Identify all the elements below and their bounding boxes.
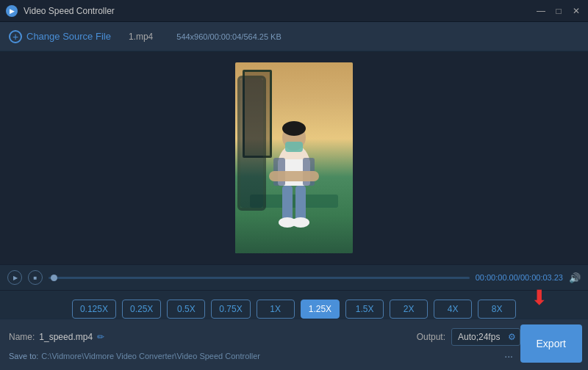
name-label: Name:: [9, 332, 35, 342]
play-icon: ▶: [13, 275, 18, 281]
window-controls: — □ ✕: [535, 6, 582, 16]
stop-button[interactable]: ■: [28, 270, 43, 285]
stop-icon: ■: [34, 275, 37, 281]
speed-button-2x[interactable]: 2X: [390, 300, 428, 319]
speed-button-0125x[interactable]: 0.125X: [72, 300, 116, 319]
total-time: 00:00:03.23: [520, 273, 563, 282]
svg-rect-9: [269, 171, 319, 181]
edit-name-icon[interactable]: ✏: [97, 332, 104, 342]
svg-rect-15: [240, 79, 263, 208]
time-display: 00:00:00.00/00:00:03.23: [476, 273, 563, 282]
export-arrow: ⬇: [531, 286, 548, 310]
svg-point-13: [292, 217, 309, 228]
saveto-label: Save to:: [9, 352, 38, 360]
file-name: 1.mp4: [129, 32, 153, 42]
close-button[interactable]: ✕: [570, 6, 582, 16]
file-meta: 544x960/00:00:04/564.25 KB: [176, 32, 282, 41]
change-source-label: Change Source File: [26, 31, 111, 42]
speed-button-15x[interactable]: 1.5X: [345, 300, 384, 319]
speed-button-4x[interactable]: 4X: [434, 300, 472, 319]
output-label: Output:: [417, 332, 445, 342]
title-bar-text: Video Speed Controller: [24, 6, 529, 16]
title-bar: ▶ Video Speed Controller — □ ✕: [0, 0, 588, 22]
progress-bar[interactable]: [49, 277, 470, 279]
maximize-button[interactable]: □: [553, 6, 564, 16]
name-section: Name: 1_speed.mp4 ✏: [9, 332, 104, 342]
current-time: 00:00:00.00: [476, 273, 518, 282]
play-button[interactable]: ▶: [7, 270, 22, 285]
volume-icon[interactable]: 🔊: [569, 272, 581, 283]
svg-rect-4: [285, 142, 303, 152]
app-icon: ▶: [6, 5, 18, 17]
plus-circle-icon: +: [9, 30, 22, 43]
speed-button-1x[interactable]: 1X: [257, 300, 295, 319]
speed-button-025x[interactable]: 0.25X: [122, 300, 161, 319]
speed-button-125x[interactable]: 1.25X: [301, 300, 340, 319]
output-section: Output: Auto;24fps ⚙: [417, 328, 520, 346]
controls-bar: ▶ ■ 00:00:00.00/00:00:03.23 🔊: [0, 264, 588, 291]
export-button[interactable]: Export: [520, 324, 582, 363]
name-value: 1_speed.mp4: [39, 332, 93, 342]
change-source-button[interactable]: + Change Source File: [9, 30, 111, 43]
output-select[interactable]: Auto;24fps: [451, 328, 520, 346]
toolbar: + Change Source File 1.mp4 544x960/00:00…: [0, 22, 588, 51]
progress-dot: [51, 275, 57, 281]
video-preview: [235, 62, 353, 253]
svg-rect-10: [282, 186, 293, 222]
saveto-path: C:\Vidmore\Vidmore Video Converter\Video…: [41, 352, 260, 360]
bottom-bar: Name: 1_speed.mp4 ✏ Output: Auto;24fps ⚙…: [0, 319, 588, 370]
svg-rect-11: [295, 186, 306, 222]
speed-button-8x[interactable]: 8X: [478, 300, 516, 319]
bottom-row1: Name: 1_speed.mp4 ✏ Output: Auto;24fps ⚙: [9, 328, 579, 346]
speed-button-05x[interactable]: 0.5X: [167, 300, 205, 319]
dots-menu-button[interactable]: ···: [504, 350, 513, 362]
output-select-wrapper: Auto;24fps ⚙: [451, 328, 520, 346]
speed-button-075x[interactable]: 0.75X: [211, 300, 250, 319]
bottom-row2: Save to: C:\Vidmore\Vidmore Video Conver…: [9, 350, 579, 362]
svg-point-5: [282, 121, 306, 136]
minimize-button[interactable]: —: [535, 6, 547, 16]
video-area: [0, 51, 588, 264]
